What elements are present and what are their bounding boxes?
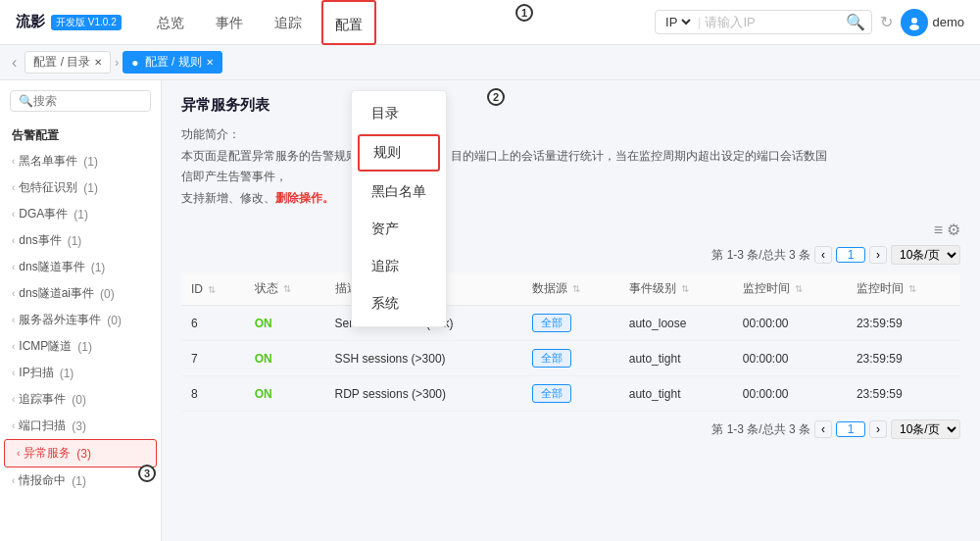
sidebar-item-icmp[interactable]: ‹ ICMP隧道 (1) (0, 333, 161, 360)
col-id: ID ⇅ (181, 272, 245, 306)
cell-time2-8: 23:59:59 (847, 376, 960, 412)
sidebar-item-feature[interactable]: ‹ 包特征识别 (1) (0, 174, 161, 201)
search-button[interactable]: 🔍 (846, 13, 865, 31)
top-pagination: 第 1-3 条/总共 3 条 ‹ › 10条/页 20条/页 50条/页 (181, 245, 960, 265)
sidebar-item-dns-tunnel-ai[interactable]: ‹ dns隧道ai事件 (0) (0, 280, 161, 307)
search-input[interactable] (705, 15, 842, 29)
data-table: ID ⇅ 状态 ⇅ 描述 ⇅ 数据源 ⇅ 事件级别 ⇅ 监控时间 ⇅ 监控时间 … (181, 272, 960, 412)
sidebar-item-dga[interactable]: ‹ DGA事件 (1) (0, 201, 161, 227)
dropdown-item-blackwhite[interactable]: 黑白名单 (352, 173, 446, 211)
arrow-icon-abnormal-service: ‹ (17, 448, 20, 459)
section-title: 异常服务列表 (181, 96, 960, 115)
sort-icon-id[interactable]: ⇅ (208, 284, 216, 295)
nav-item-config[interactable]: 配置 (321, 0, 376, 45)
nav-item-overview[interactable]: 总览 (141, 0, 200, 45)
arrow-icon-dga: ‹ (12, 209, 15, 220)
sidebar-label-trace: 追踪事件 (19, 391, 66, 408)
cell-status-8: ON (245, 376, 325, 412)
avatar (901, 9, 928, 36)
version-badge: 开发版 V1.0.2 (51, 15, 122, 30)
sidebar-item-ipscan[interactable]: ‹ IP扫描 (1) (0, 360, 161, 386)
breadcrumb-separator: › (115, 56, 119, 70)
svg-point-0 (911, 18, 917, 24)
bottom-pagination: 第 1-3 条/总共 3 条 ‹ › 10条/页 20条/页 50条/页 (181, 419, 960, 439)
count-blacklist: (1) (83, 155, 98, 169)
cell-time1-7: 00:00:00 (733, 341, 847, 376)
cell-id-6: 6 (181, 306, 245, 341)
top-page-input[interactable] (836, 247, 865, 263)
sidebar-item-dns[interactable]: ‹ dns事件 (1) (0, 227, 161, 254)
cell-status-6: ON (245, 306, 325, 341)
bottom-page-size-select[interactable]: 10条/页 20条/页 50条/页 (891, 419, 960, 439)
arrow-icon-portscan: ‹ (12, 420, 15, 431)
top-page-size-select[interactable]: 10条/页 20条/页 50条/页 (891, 245, 960, 265)
arrow-icon-dns-tunnel-ai: ‹ (12, 288, 15, 299)
breadcrumb-rules-close[interactable]: ✕ (206, 57, 214, 68)
sidebar-item-portscan[interactable]: ‹ 端口扫描 (3) (0, 413, 161, 439)
sidebar-search: 🔍 (10, 90, 151, 112)
sidebar-section-title: 告警配置 (0, 120, 161, 148)
dropdown-item-rules[interactable]: 规则 (358, 134, 440, 172)
sidebar-search-input[interactable] (33, 94, 142, 108)
svg-point-1 (909, 25, 919, 30)
sidebar-label-ipscan: IP扫描 (19, 365, 53, 381)
top-nav: 流影 开发版 V1.0.2 总览 事件 追踪 配置 IP | 🔍 ↻ demo (0, 0, 980, 45)
breadcrumb-catalog-close[interactable]: ✕ (94, 57, 102, 68)
sidebar-item-blacklist[interactable]: ‹ 黑名单事件 (1) (0, 148, 161, 174)
sidebar-item-trace[interactable]: ‹ 追踪事件 (0) (0, 386, 161, 413)
tag-all-6[interactable]: 全部 (532, 314, 571, 332)
tag-all-8[interactable]: 全部 (532, 384, 571, 403)
bottom-page-input[interactable] (836, 421, 865, 437)
nav-item-events[interactable]: 事件 (200, 0, 259, 45)
breadcrumb-rules-label: 配置 / 规则 (145, 54, 202, 71)
intro-line1: 本页面是配置异常服务的告警规则，对同一目的IP、目的端口上的会话量进行统计，当在… (181, 149, 827, 163)
count-dns-tunnel-ai: (0) (100, 287, 115, 301)
sort-icon-level[interactable]: ⇅ (681, 283, 689, 294)
config-dropdown: 目录 规则 黑白名单 资产 追踪 系统 (351, 90, 447, 327)
arrow-icon-threat-intel: ‹ (12, 475, 15, 486)
annotation-2: 2 (487, 88, 505, 106)
cell-desc-7: SSH sessions (>300) (325, 341, 522, 376)
annotation-1: 1 (515, 4, 533, 22)
breadcrumb-rules[interactable]: ● 配置 / 规则 ✕ (122, 51, 221, 74)
avatar-area[interactable]: demo (901, 9, 964, 36)
tag-all-7[interactable]: 全部 (532, 349, 571, 368)
nav-right: IP | 🔍 ↻ demo (655, 9, 964, 36)
columns-icon[interactable]: ≡ (934, 221, 943, 239)
count-ipscan: (1) (60, 367, 74, 380)
nav-item-trace[interactable]: 追踪 (259, 0, 318, 45)
refresh-button[interactable]: ↻ (880, 13, 893, 31)
table-row: 6 ON Service sessions (>3k) 全部 auto_loos… (181, 306, 960, 341)
sort-icon-status[interactable]: ⇅ (283, 283, 291, 294)
intro-line3: 支持新增、修改、删除操作。 (181, 191, 334, 205)
sidebar-label-icmp: ICMP隧道 (19, 338, 72, 355)
dropdown-item-catalog[interactable]: 目录 (352, 95, 446, 132)
arrow-icon-dns-tunnel: ‹ (12, 262, 15, 272)
breadcrumb-catalog[interactable]: 配置 / 目录 ✕ (24, 51, 111, 74)
filter-select[interactable]: IP (662, 14, 694, 30)
settings-icon[interactable]: ⚙ (947, 221, 960, 239)
col-time2: 监控时间 ⇅ (847, 272, 960, 306)
dropdown-item-assets[interactable]: 资产 (352, 211, 446, 248)
bottom-next-btn[interactable]: › (869, 420, 887, 438)
sort-icon-datasource[interactable]: ⇅ (572, 283, 580, 294)
dropdown-item-system[interactable]: 系统 (352, 285, 446, 322)
sort-icon-time2[interactable]: ⇅ (908, 283, 916, 294)
count-feature: (1) (83, 181, 98, 195)
bottom-prev-btn[interactable]: ‹ (814, 420, 832, 438)
breadcrumb-bar: ‹ 配置 / 目录 ✕ › ● 配置 / 规则 ✕ (0, 45, 980, 80)
breadcrumb-collapse[interactable]: ‹ (12, 54, 17, 72)
sort-icon-time1[interactable]: ⇅ (795, 283, 803, 294)
sidebar-item-threat-intel[interactable]: ‹ 情报命中 (1) (0, 467, 161, 494)
sidebar-item-server-outbound[interactable]: ‹ 服务器外连事件 (0) (0, 307, 161, 333)
sidebar-item-abnormal-service[interactable]: ‹ 异常服务 (3) (4, 439, 157, 467)
top-next-btn[interactable]: › (869, 246, 887, 264)
annotation-3: 3 (138, 465, 156, 482)
logo-area: 流影 开发版 V1.0.2 (16, 13, 122, 31)
arrow-icon-server-outbound: ‹ (12, 315, 15, 325)
top-prev-btn[interactable]: ‹ (814, 246, 832, 264)
intro-box: 功能简介： 本页面是配置异常服务的告警规则，对同一目的IP、目的端口上的会话量进… (181, 124, 960, 209)
arrow-icon-icmp: ‹ (12, 341, 15, 352)
sidebar-item-dns-tunnel[interactable]: ‹ dns隧道事件 (1) (0, 254, 161, 280)
dropdown-item-trace[interactable]: 追踪 (352, 248, 446, 285)
